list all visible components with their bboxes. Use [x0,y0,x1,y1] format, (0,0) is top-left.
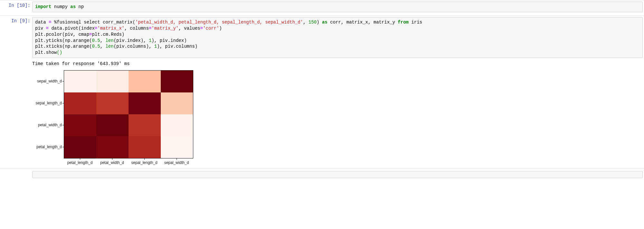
x-tick-label: petal_width_d [96,158,128,165]
heatmap-cell [161,71,193,92]
heatmap-cell [161,136,193,158]
heatmap-cell [129,114,161,136]
x-axis-labels: petal_length_d petal_width_d sepal_lengt… [64,158,200,165]
output-plot: sepal_width_d sepal_length_d petal_width… [0,68,644,168]
code-input[interactable]: data = %fusionsql select corr_matrix('pe… [32,17,643,58]
correlation-heatmap: sepal_width_d sepal_length_d petal_width… [32,70,200,165]
input-prompt: In [10]: [0,0,32,12]
code-input[interactable]: import numpy as np [32,2,643,12]
heatmap-cell [96,114,129,136]
y-tick-label: petal_width_d [32,114,64,136]
code-cell-2: In [9]: data = %fusionsql select corr_ma… [0,15,644,58]
code-cell-empty [0,168,644,180]
code-input[interactable] [32,171,643,178]
x-tick-label: petal_length_d [64,158,96,165]
heatmap-cell [96,71,129,92]
heatmap-cell [129,71,161,92]
output-text: Time taken for response '643.939' ms [0,58,644,68]
heatmap-grid [64,70,193,158]
heatmap-cell [64,71,96,92]
y-axis-labels: sepal_width_d sepal_length_d petal_width… [32,70,64,158]
heatmap-cell [96,92,129,114]
y-tick-label: petal_length_d [32,136,64,158]
heatmap-cell [64,136,96,158]
heatmap-cell [161,114,193,136]
input-prompt: In [9]: [0,16,32,58]
heatmap-cell [96,136,129,158]
heatmap-cell [129,136,161,158]
heatmap-cell [64,114,96,136]
y-tick-label: sepal_length_d [32,92,64,114]
x-tick-label: sepal_length_d [128,158,160,165]
code-cell-1: In [10]: import numpy as np [0,0,644,12]
y-tick-label: sepal_width_d [32,70,64,92]
heatmap-cell [64,92,96,114]
x-tick-label: sepal_width_d [160,158,193,165]
input-prompt [0,170,32,178]
heatmap-cell [161,92,193,114]
heatmap-cell [129,92,161,114]
